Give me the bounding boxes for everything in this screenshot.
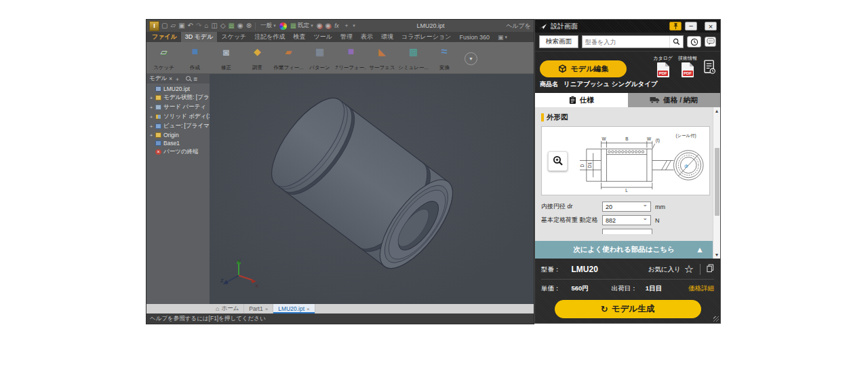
tree-item-model-states[interactable]: + モデル状態: [プライマリ] xyxy=(148,93,210,102)
home-icon[interactable]: ⌂ xyxy=(204,22,208,29)
sketch-plane-icon[interactable]: ◇ xyxy=(220,22,226,29)
menu-tab-environments[interactable]: 環境 xyxy=(377,32,397,42)
scrollbar-thumb[interactable] xyxy=(715,148,719,216)
appearance-icon[interactable]: ◉ xyxy=(237,22,243,29)
menu-tab-collaborate[interactable]: コラボレーション xyxy=(397,32,455,42)
ribbon-collapse-button[interactable] xyxy=(465,52,477,65)
panel-bottom-section: 型番： LMU20 お気に入り ☆ 単価： 560円 出荷日： xyxy=(535,259,720,323)
value-dropdown[interactable]: 882 xyxy=(602,215,651,225)
tool-surface[interactable]: サーフェス xyxy=(367,43,397,73)
default-appearance-dropdown[interactable]: ▦ 既定▾ xyxy=(289,22,315,30)
3d-viewport[interactable]: Y X Z xyxy=(210,74,534,304)
diagram-zoom-button[interactable] xyxy=(548,151,568,171)
tool-work-features[interactable]: 作業フィー... xyxy=(273,43,304,73)
tree-expander[interactable]: + xyxy=(149,114,153,120)
resize-grip[interactable] xyxy=(713,316,719,322)
favorite-button[interactable]: お気に入り ☆ xyxy=(648,264,694,275)
comment-button[interactable] xyxy=(705,37,716,47)
tool-create[interactable]: 作成 xyxy=(180,43,210,73)
chevron-down-icon[interactable]: ▾ xyxy=(353,23,355,28)
tree-item-origin[interactable]: + Origin xyxy=(148,131,210,139)
tree-expander[interactable]: + xyxy=(149,124,153,130)
minimize-button[interactable] xyxy=(685,22,697,31)
tree-item-base1[interactable]: Base1 xyxy=(148,139,210,147)
close-icon[interactable]: × xyxy=(265,306,269,312)
menu-tab-fusion360[interactable]: Fusion 360 xyxy=(455,32,494,42)
redo-icon[interactable]: ↷ xyxy=(196,22,201,29)
inventor-logo-icon[interactable]: I xyxy=(149,21,159,31)
new-file-icon[interactable]: ▢ xyxy=(161,22,167,29)
price-detail-link[interactable]: 価格詳細 xyxy=(688,284,714,293)
general-dropdown[interactable]: 一般▾ xyxy=(259,22,277,30)
window-switch-icon[interactable] xyxy=(494,32,511,42)
partially-visible-dropdown[interactable] xyxy=(602,229,652,234)
tree-expander[interactable]: + xyxy=(149,104,153,111)
render-icon[interactable]: ⊗ xyxy=(246,22,252,29)
menu-tab-inspect[interactable]: 検査 xyxy=(290,32,310,42)
search-screen-button[interactable]: 検索画面 xyxy=(539,35,578,48)
appearance-clear-icon[interactable]: ◉ xyxy=(325,22,331,29)
collapse-triangle-icon[interactable] xyxy=(696,245,704,254)
star-icon[interactable]: ☆ xyxy=(684,264,694,275)
tab-price-delivery[interactable]: 価格 / 納期 xyxy=(628,93,721,107)
menu-tab-view[interactable]: 表示 xyxy=(357,32,377,42)
tool-pattern[interactable]: パターン xyxy=(304,43,335,73)
menu-tab-file[interactable]: ファイル xyxy=(148,32,181,42)
open-folder-icon[interactable]: ▱ xyxy=(170,22,176,29)
value-dropdown[interactable]: 20 xyxy=(602,202,651,212)
related-parts-banner[interactable]: 次によく使われる部品はこちら xyxy=(535,241,713,259)
menu-tab-manage[interactable]: 管理 xyxy=(336,32,357,42)
parameters-fx-button[interactable]: fx xyxy=(333,22,340,29)
appearance-adjust-icon[interactable]: ◉ xyxy=(317,22,323,29)
tree-item-solid-bodies[interactable]: + ソリッド ボディ(1) xyxy=(148,112,210,121)
undo-icon[interactable]: ↶ xyxy=(188,22,193,29)
views-icon[interactable]: ◫ xyxy=(211,22,217,29)
tree-item-end-of-part[interactable]: パーツの終端 xyxy=(148,147,210,157)
tree-item-third-party[interactable]: + サード パーティ xyxy=(148,102,210,112)
tool-inspect[interactable]: 調査 xyxy=(242,43,273,73)
tech-info-pdf-button[interactable]: 技術情報 xyxy=(678,55,697,77)
search-button[interactable] xyxy=(669,36,683,48)
pin-button[interactable] xyxy=(669,22,682,31)
tree-item-lmu20[interactable]: LMU20.ipt xyxy=(148,85,210,93)
tree-item-view-primary[interactable]: + ビュー: [プライマリ] xyxy=(148,121,210,131)
tool-modify[interactable]: 修正 xyxy=(211,43,241,73)
model-edit-button[interactable]: モデル編集 xyxy=(540,60,627,77)
tab-lmu20[interactable]: LMU20.ipt × xyxy=(273,304,315,314)
tool-convert[interactable]: 変換 xyxy=(429,43,460,73)
hamburger-menu-icon[interactable] xyxy=(193,75,197,83)
tool-freeform[interactable]: フリーフォー... xyxy=(336,43,366,73)
help-menu[interactable]: ヘルプを xyxy=(506,22,531,31)
tab-part1[interactable]: Part1 × xyxy=(244,304,273,314)
scroll-down-icon[interactable] xyxy=(713,251,720,259)
catalog-pdf-button[interactable]: カタログ xyxy=(653,55,673,77)
inventor-title-bar: I ▢▱▣↶↷⌂◫◇▦◉⊗ 一般▾ ▦ 既定▾ ◉◉ fx ＋ ▾ LMU20.… xyxy=(146,20,534,32)
tool-sketch[interactable]: スケッチ xyxy=(149,43,179,73)
tool-simulation[interactable]: シミュレー... xyxy=(398,43,429,73)
material-icon[interactable]: ▦ xyxy=(229,22,235,29)
tab-home[interactable]: ホーム × xyxy=(211,304,244,314)
scroll-up-icon[interactable] xyxy=(713,107,720,115)
part-number-input[interactable] xyxy=(583,39,669,45)
menu-tab-annotate[interactable]: 注記を作成 xyxy=(250,32,289,42)
color-wheel-icon[interactable] xyxy=(279,22,287,30)
tree-expander[interactable]: + xyxy=(149,132,153,138)
quote-document-button[interactable] xyxy=(704,60,715,77)
history-button[interactable] xyxy=(687,36,701,48)
menu-tab-tools[interactable]: ツール xyxy=(310,32,336,42)
close-button[interactable] xyxy=(705,22,717,31)
search-icon[interactable] xyxy=(186,76,191,81)
close-icon[interactable]: × xyxy=(307,306,310,312)
add-button[interactable]: ＋ xyxy=(342,22,351,30)
generate-model-button[interactable]: モデル生成 xyxy=(555,300,701,318)
tree-expander[interactable]: + xyxy=(149,95,153,101)
menu-tab-3d-model[interactable]: 3D モデル xyxy=(181,32,218,42)
copy-part-no-button[interactable] xyxy=(707,263,714,276)
tab-spec[interactable]: 仕様 xyxy=(535,93,628,107)
browser-tab-model[interactable]: モデル xyxy=(149,75,167,83)
add-panel-icon[interactable] xyxy=(174,75,180,83)
save-icon[interactable]: ▣ xyxy=(178,22,184,29)
close-icon[interactable] xyxy=(169,75,172,82)
menu-tab-sketch[interactable]: スケッチ xyxy=(217,32,250,42)
content-scrollbar[interactable] xyxy=(713,107,720,259)
